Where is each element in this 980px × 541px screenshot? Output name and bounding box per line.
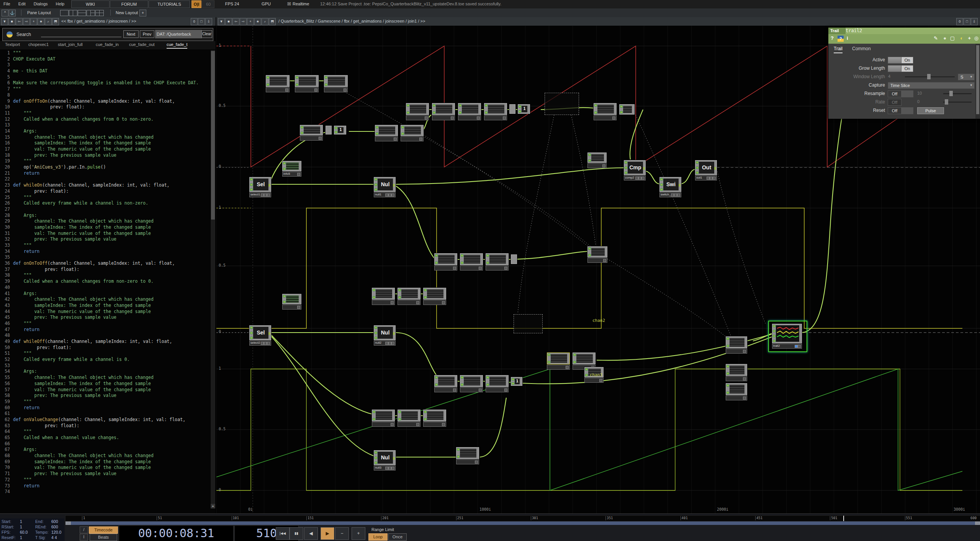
nav-back-icon[interactable]: ⇦ (16, 18, 23, 25)
node-small-v[interactable] (587, 246, 607, 263)
node-small-v[interactable] (460, 375, 483, 392)
python-mode-icon[interactable]: ◐ (960, 35, 963, 41)
node-viewer-flagged[interactable] (545, 93, 579, 115)
chop-node-null3[interactable]: Nulnull3 (374, 450, 396, 471)
layout-preset-vsplit[interactable] (69, 10, 77, 16)
lock-icon[interactable]: ⬒ (269, 18, 276, 25)
node-small-c1[interactable]: 1 (334, 126, 346, 134)
reset-toggle-slider[interactable] (901, 107, 913, 114)
node-small-v[interactable] (460, 253, 483, 270)
copy-parameters-icon[interactable]: ▢ (950, 35, 955, 41)
help-icon[interactable]: ? (831, 35, 834, 41)
node-small-v[interactable] (486, 375, 509, 392)
play-button[interactable]: ▶ (321, 527, 334, 540)
node-small-v[interactable] (423, 288, 446, 305)
add-parameter-icon[interactable]: + (968, 35, 971, 41)
timeline-field-value[interactable]: 4 4 (51, 535, 57, 540)
operator-name-field[interactable]: trail2 (846, 28, 862, 34)
node-viewer-flagged[interactable] (514, 314, 543, 333)
bookmark-icon[interactable]: ★ (38, 18, 44, 25)
node-small-v[interactable] (484, 103, 507, 120)
menu-dialogs[interactable]: Dialogs (30, 0, 51, 8)
node-small-v[interactable] (726, 364, 747, 381)
resample-off-toggle[interactable]: Off (888, 90, 901, 97)
info-icon[interactable]: i (847, 35, 848, 41)
capture-dropdown[interactable]: Time Slice▼ (888, 82, 975, 89)
lock-icon[interactable]: ⬒ (52, 18, 59, 25)
bookmark-icon[interactable]: ★ (254, 18, 261, 25)
search-network-icon[interactable]: ⌕ (45, 18, 52, 25)
target-icon[interactable]: ◎ (974, 35, 978, 41)
chop-node-out1[interactable]: Outout1 (695, 160, 717, 180)
dat-tab-cue_fade_out[interactable]: cue_fade_out (129, 42, 155, 48)
frame-slash-button[interactable]: / (80, 526, 88, 533)
chop-node-select1[interactable]: Selselect1 (249, 177, 271, 197)
oi-toggle[interactable]: O|I (191, 0, 201, 8)
pane-type-dropdown-icon[interactable]: ▼ (218, 18, 225, 25)
window-length-slider-thumb[interactable] (927, 74, 931, 79)
edit-expressions-icon[interactable]: ✎ (934, 35, 938, 41)
code-viewer[interactable]: 1"""2CHOP Execute DAT34me - this DAT56Ma… (0, 50, 210, 502)
node-small-pink[interactable] (511, 254, 517, 264)
left-pane-path[interactable]: << fbx / get_animations / joinscreen / >… (61, 19, 136, 23)
speed-plus-button[interactable]: + (352, 527, 365, 540)
nav-back-icon[interactable]: ⇦ (232, 18, 239, 25)
chop-node-select2[interactable]: Selselect2 (249, 325, 271, 346)
grow-on-chip[interactable]: On (901, 65, 913, 72)
menu-file[interactable]: File (0, 0, 14, 8)
node-small-v[interactable] (726, 383, 747, 400)
resample-toggle-slider[interactable] (901, 90, 913, 97)
node-small-info[interactable] (282, 294, 301, 310)
nav-forward-icon[interactable]: ⇨ (23, 18, 30, 25)
node-small-v[interactable] (434, 253, 457, 270)
node-small-v[interactable] (266, 75, 290, 92)
pane-float-icon[interactable]: □ (964, 18, 970, 25)
node-small-v[interactable] (372, 410, 395, 427)
node-small-v[interactable] (434, 375, 457, 392)
range-start-handle[interactable]: ⋯ (65, 521, 71, 525)
timeline-ruler[interactable]: 151101151201251301351401451501551600 (65, 515, 980, 521)
pane-type-dropdown-icon[interactable]: ▼ (1, 18, 8, 25)
dat-tab-cue_fade_in[interactable]: cue_fade_in (96, 42, 119, 48)
network-path-breadcrumb[interactable]: / Quarterback_Blitz / Gamescene / fbx / … (278, 19, 425, 23)
node-small-v[interactable] (300, 125, 323, 141)
node-small-v[interactable] (432, 103, 455, 120)
search-scope-dat[interactable]: DAT: /Quarterback (155, 30, 202, 38)
timecode-mode-button[interactable]: Timecode (89, 526, 118, 534)
menu-help[interactable]: Help (52, 0, 68, 8)
resample-value[interactable]: 10 (917, 91, 922, 95)
timeline-field-value[interactable]: 1 (20, 519, 22, 524)
node-small-v[interactable] (587, 152, 607, 168)
nav-up-icon[interactable]: + (247, 18, 254, 25)
beats-mode-button[interactable]: Beats (90, 534, 117, 541)
python-help-icon[interactable]: ? (838, 36, 844, 42)
speed-minus-button[interactable]: − (335, 527, 349, 540)
node-small-c1[interactable]: 1 (511, 377, 522, 386)
new-layout-add-button[interactable]: + (139, 10, 146, 16)
node-small-v[interactable] (295, 75, 319, 92)
resample-slider[interactable] (943, 93, 972, 94)
collapse-icon[interactable]: ^ (2, 10, 8, 16)
menu-edit[interactable]: Edit (15, 0, 29, 8)
timeline-field-value[interactable]: 60.0 (20, 530, 28, 534)
chop-node-comp2[interactable]: Cmpcomp2 (624, 160, 646, 180)
tutorials-button[interactable]: TUTORIALS (149, 0, 190, 8)
pause-button[interactable]: ▮▮ (290, 527, 303, 540)
chop-node-trail2-selected[interactable]: trail2 (772, 324, 802, 349)
comment-icon[interactable]: ● (943, 35, 946, 41)
node-small-pink[interactable] (509, 104, 515, 114)
chop-node-switch_unload[interactable]: Swiswitch_unload (659, 177, 681, 197)
pane-collapse-icon[interactable]: ⇩ (205, 18, 212, 25)
pane-float-icon[interactable]: □ (198, 18, 205, 25)
timeline-field-value[interactable]: 600 (51, 525, 58, 529)
dat-tab-cue_fade_t[interactable]: cue_fade_t (167, 42, 187, 49)
node-small-v[interactable] (594, 103, 617, 120)
dat-tab-start_join_full[interactable]: start_join_full (58, 42, 83, 48)
search-prev-button[interactable]: Prev (140, 30, 154, 38)
node-small-v[interactable] (372, 288, 395, 305)
node-small-v[interactable] (486, 253, 509, 270)
node-small-c1[interactable]: 1 (518, 104, 530, 114)
timeline-field-value[interactable]: 120.0 (51, 530, 61, 534)
forum-button[interactable]: FORUM (110, 0, 148, 8)
tab-trail[interactable]: Trail (834, 46, 843, 53)
